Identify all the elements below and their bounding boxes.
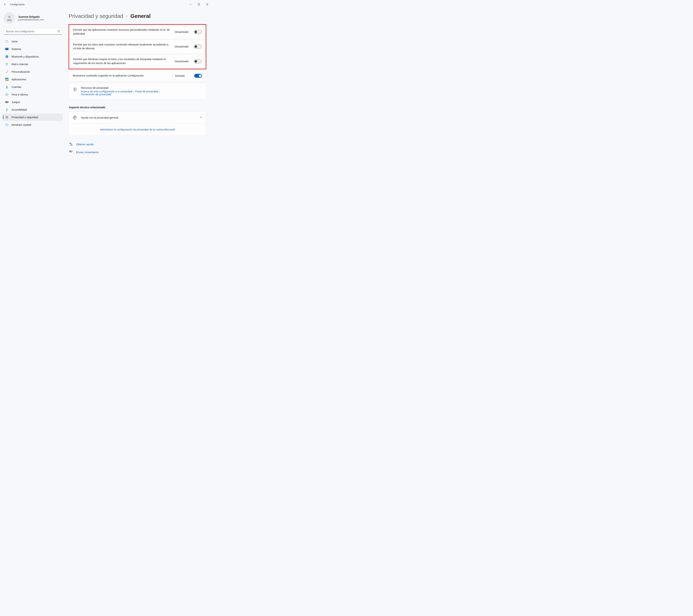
nav-item-bluetooth[interactable]: Bluetooth y dispositivos	[3, 53, 63, 60]
help-expander-body: Administrar la configuración de privacid…	[69, 123, 206, 136]
breadcrumb: Privacidad y seguridad › General	[68, 13, 206, 19]
setting-label: Permitir que los sitios web muestren con…	[73, 43, 172, 51]
nav-label: Red e Internet	[12, 63, 28, 66]
svg-rect-17	[5, 101, 9, 103]
related-support-heading: Soporte técnico relacionado	[69, 106, 206, 109]
link-manage-account-privacy[interactable]: Administrar la configuración de privacid…	[100, 128, 175, 131]
toggle-ad-id[interactable]	[194, 30, 202, 34]
nav-item-personalizacion[interactable]: Personalización	[3, 68, 63, 75]
svg-point-14	[6, 86, 7, 87]
toggle-suggested-content[interactable]	[194, 74, 202, 78]
home-icon	[5, 40, 9, 43]
svg-point-2	[8, 16, 11, 18]
account-icon	[5, 85, 9, 89]
breadcrumb-parent[interactable]: Privacidad y seguridad	[68, 13, 123, 19]
setting-state: Activado	[175, 74, 191, 77]
setting-row-ad-id: Permitir que las aplicaciones muestren a…	[69, 25, 206, 39]
nav-label: Inicio	[12, 40, 18, 43]
avatar	[4, 12, 15, 24]
account-email: juanmatek@outlook.com	[18, 18, 44, 21]
nav-label: Sistema	[12, 48, 21, 51]
resources-title: Recursos de privacidad	[81, 86, 161, 89]
toggle-language-list[interactable]	[194, 44, 202, 48]
nav-item-juegos[interactable]: Juegos	[3, 99, 63, 106]
link-privacy-statement[interactable]: Declaración de privacidad	[81, 93, 111, 96]
nav-item-privacidad[interactable]: Privacidad y seguridad	[3, 114, 63, 121]
setting-state: Desactivado	[175, 60, 191, 63]
setting-label: Permitir que las aplicaciones muestren a…	[73, 28, 172, 36]
app-title: Configuración	[10, 3, 24, 6]
svg-rect-5	[5, 48, 8, 50]
svg-text:?: ?	[76, 118, 77, 119]
nav-label: Cuentas	[12, 85, 21, 88]
link-get-help[interactable]: Obtener ayuda	[76, 143, 94, 146]
nav-item-hora[interactable]: Hora e idioma	[3, 91, 63, 98]
highlighted-settings-group: Permitir que las aplicaciones muestren a…	[68, 24, 206, 69]
chevron-right-icon: ›	[126, 14, 127, 18]
svg-point-20	[7, 108, 7, 109]
nav-item-update[interactable]: Windows Update	[3, 121, 63, 128]
wifi-icon	[5, 62, 9, 66]
nav-item-cuentas[interactable]: Cuentas	[3, 83, 63, 91]
help-expander: ? Ayuda con la privacidad general Admini…	[68, 112, 206, 136]
nav-label: Privacidad y seguridad	[12, 116, 38, 119]
setting-state: Desactivado	[175, 31, 191, 33]
nav-item-aplicaciones[interactable]: Aplicaciones	[3, 76, 63, 83]
account-block[interactable]: Juanma Delgado juanmatek@outlook.com	[3, 12, 63, 27]
back-button[interactable]	[1, 1, 9, 8]
svg-point-27	[70, 151, 71, 152]
minimize-button[interactable]	[186, 1, 195, 7]
close-button[interactable]	[203, 1, 211, 7]
page-title: General	[131, 13, 151, 19]
sidebar: Juanma Delgado juanmatek@outlook.com Ini…	[0, 9, 65, 161]
search-icon	[57, 30, 60, 33]
chevron-up-icon	[200, 116, 202, 119]
shield-icon	[5, 116, 9, 119]
svg-point-18	[7, 102, 8, 102]
shield-icon	[73, 87, 77, 92]
gamepad-icon	[5, 100, 9, 104]
svg-rect-13	[7, 80, 8, 81]
svg-point-8	[7, 65, 7, 65]
svg-point-24	[71, 145, 71, 145]
nav-item-sistema[interactable]: Sistema	[3, 45, 63, 53]
setting-label: Mostrarme contenido sugerido en la aplic…	[73, 74, 172, 78]
nav-item-red[interactable]: Red e Internet	[3, 61, 63, 68]
link-about-setting[interactable]: Acerca de esta configuración y tu privac…	[81, 90, 133, 93]
toggle-app-launch-tracking[interactable]	[194, 59, 202, 63]
nav-label: Accesibilidad	[12, 108, 27, 111]
help-expander-header[interactable]: ? Ayuda con la privacidad general	[69, 112, 206, 123]
link-privacy-panel[interactable]: Panel de privacidad	[135, 90, 158, 93]
maximize-button[interactable]	[195, 1, 203, 7]
accessibility-icon	[5, 108, 9, 112]
main-content: Privacidad y seguridad › General Permiti…	[65, 9, 213, 161]
svg-rect-12	[5, 80, 7, 81]
setting-row-suggested-content: Mostrarme contenido sugerido en la aplic…	[68, 71, 206, 81]
brush-icon	[5, 70, 9, 74]
svg-rect-28	[71, 151, 72, 152]
window-controls	[186, 1, 211, 7]
svg-line-4	[59, 32, 60, 33]
nav-list: Inicio Sistema Bluetooth y dispositivos …	[3, 38, 63, 128]
svg-line-26	[72, 145, 73, 146]
svg-point-16	[5, 94, 6, 95]
nav-label: Juegos	[12, 101, 20, 103]
svg-rect-11	[7, 78, 8, 79]
nav-item-accesibilidad[interactable]: Accesibilidad	[3, 106, 63, 113]
nav-item-inicio[interactable]: Inicio	[3, 38, 63, 45]
account-name: Juanma Delgado	[18, 15, 44, 18]
globe-help-icon: ?	[73, 116, 77, 120]
feedback-icon	[69, 150, 73, 155]
setting-label: Permitir que Windows mejore el inicio y …	[73, 57, 172, 65]
svg-point-19	[8, 102, 8, 102]
system-icon	[5, 47, 9, 51]
nav-label: Aplicaciones	[12, 78, 26, 81]
nav-label: Hora e idioma	[12, 93, 28, 96]
bluetooth-icon	[5, 55, 9, 58]
svg-rect-6	[6, 50, 7, 50]
footer-links: Obtener ayuda Enviar comentarios	[68, 141, 206, 156]
setting-row-language-list: Permitir que los sitios web muestren con…	[69, 39, 206, 54]
search-input[interactable]	[4, 28, 62, 35]
svg-point-3	[58, 30, 60, 32]
link-send-feedback[interactable]: Enviar comentarios	[76, 151, 99, 154]
